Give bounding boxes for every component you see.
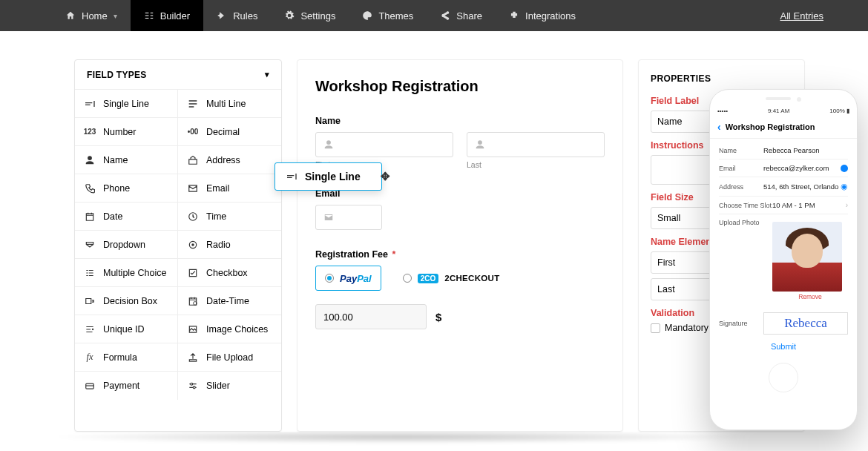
phone-email-row[interactable]: Email rebecca@zylker.com (719, 159, 848, 177)
fieldtypes-header[interactable]: FIELD TYPES ▾ (75, 60, 281, 90)
email-input[interactable] (315, 205, 382, 230)
fieldtype-icon (84, 239, 96, 251)
phone-address-row[interactable]: Address 514, 6th Street, Orlando ◉ (719, 177, 848, 197)
phone-signature-row[interactable]: Signature Rebecca (719, 305, 848, 335)
fee-amount-input[interactable]: 100.00 (315, 304, 427, 329)
twocheckout-option[interactable]: 2CO 2CHECKOUT (393, 266, 510, 291)
phone-submit-button[interactable]: Submit (719, 335, 848, 355)
fieldtypes-grid: Single LineMulti Line123Number•00Decimal… (75, 90, 281, 400)
svg-point-7 (193, 386, 195, 389)
fieldtype-unique-id[interactable]: Unique ID (75, 315, 178, 343)
fieldtype-time[interactable]: Time (178, 203, 281, 231)
back-icon[interactable]: ‹ (717, 122, 721, 132)
fieldtype-icon (84, 323, 96, 335)
phone-name-row[interactable]: Name Rebecca Pearson (719, 142, 848, 159)
fieldtype-icon (187, 323, 199, 335)
fieldtype-number[interactable]: 123Number (75, 118, 178, 146)
fieldtype-decimal[interactable]: •00Decimal (178, 118, 281, 146)
uploaded-photo (772, 222, 842, 292)
fieldtype-icon (84, 380, 96, 392)
nav-home[interactable]: Home ▾ (52, 0, 131, 31)
phone-home-indicator (769, 363, 798, 392)
fieldtype-slider[interactable]: Slider (178, 372, 281, 400)
fieldtype-decision-box[interactable]: Decision Box (75, 287, 178, 315)
nav-rules[interactable]: Rules (203, 0, 271, 31)
nav-share-label: Share (456, 10, 482, 22)
fieldtype-icon (84, 211, 96, 223)
phone-notch (710, 90, 857, 102)
svg-point-6 (191, 383, 193, 385)
last-caption: Last (467, 160, 605, 169)
nav-integrations-label: Integrations (525, 10, 576, 22)
fieldtype-address[interactable]: Address (178, 146, 281, 174)
all-entries-link[interactable]: All Entries (780, 0, 838, 31)
phone-timeslot-row[interactable]: Choose Time Slot 10 AM - 1 PM › (719, 197, 848, 214)
fieldtype-icon (187, 239, 199, 251)
phone-title: Workshop Registration (726, 122, 815, 131)
fieldtype-icon: fx (84, 352, 96, 363)
signature-value: Rebecca (763, 312, 848, 335)
name-label: Name (315, 116, 605, 126)
nav-home-label: Home (82, 10, 108, 22)
fieldtype-icon (84, 295, 96, 307)
fieldtype-icon (187, 211, 199, 223)
chevron-down-icon: ▾ (265, 70, 269, 79)
location-icon: ◉ (841, 182, 848, 191)
fieldtype-image-choices[interactable]: Image Choices (178, 315, 281, 343)
fee-label: Registration Fee * (315, 249, 605, 260)
first-name-input[interactable] (315, 132, 453, 157)
fieldtype-icon (187, 352, 199, 363)
nav-rules-label: Rules (233, 10, 257, 22)
fieldtype-email[interactable]: Email (178, 174, 281, 203)
fieldtype-payment[interactable]: Payment (75, 372, 178, 400)
fieldtype-icon (187, 380, 199, 392)
chevron-right-icon: › (846, 201, 848, 209)
move-icon: ✥ (381, 170, 390, 183)
nav-integrations[interactable]: Integrations (496, 0, 589, 31)
nav-share[interactable]: Share (427, 0, 496, 31)
fieldtype-file-upload[interactable]: File Upload (178, 343, 281, 372)
fieldtype-date-time[interactable]: Date-Time (178, 287, 281, 315)
paypal-logo: PayPal (340, 273, 372, 284)
person-icon (475, 139, 485, 150)
radio-off-icon (403, 274, 412, 283)
nav-builder[interactable]: Builder (131, 0, 203, 31)
fieldtype-icon (187, 98, 199, 110)
fieldtype-multi-line[interactable]: Multi Line (178, 90, 281, 118)
checkbox-icon (651, 323, 660, 333)
integrations-icon (509, 10, 519, 21)
phone-photo-row[interactable]: Upload Photo Remove (719, 214, 848, 305)
fieldtype-formula[interactable]: fxFormula (75, 343, 178, 372)
form-panel: Workshop Registration Name First Last Em… (297, 59, 623, 432)
nav-themes[interactable]: Themes (349, 0, 427, 31)
radio-on-icon (325, 274, 334, 283)
fieldtype-single-line[interactable]: Single Line (75, 90, 178, 118)
fieldtypes-panel: FIELD TYPES ▾ Single LineMulti Line123Nu… (74, 59, 282, 432)
twoco-badge: 2CO (418, 274, 439, 283)
fieldtype-icon (187, 295, 199, 307)
nav-settings[interactable]: Settings (271, 0, 349, 31)
dragging-field-tile[interactable]: Single Line ✥ (274, 162, 382, 191)
fieldtype-icon (84, 154, 96, 166)
phone-statusbar: ••••• 9:41 AM 100% ▮ (710, 102, 857, 117)
phone-preview: ••••• 9:41 AM 100% ▮ ‹ Workshop Registra… (709, 89, 858, 430)
fieldtype-icon (84, 98, 96, 110)
person-icon (323, 139, 334, 150)
mail-icon (323, 212, 334, 223)
fieldtype-icon (187, 182, 199, 194)
top-nav: Home ▾ Builder Rules Settings Themes Sha… (0, 0, 868, 31)
builder-icon (144, 10, 154, 21)
fieldtype-checkbox[interactable]: Checkbox (178, 259, 281, 287)
share-icon (440, 10, 450, 21)
fieldtype-radio[interactable]: Radio (178, 231, 281, 259)
fieldtype-name[interactable]: Name (75, 146, 178, 174)
themes-icon (362, 10, 372, 21)
remove-photo-link[interactable]: Remove (772, 293, 848, 300)
fieldtype-multiple-choice[interactable]: Multiple Choice (75, 259, 178, 287)
fieldtype-date[interactable]: Date (75, 203, 178, 231)
last-name-input[interactable] (467, 132, 605, 157)
fieldtype-phone[interactable]: Phone (75, 174, 178, 203)
fieldtype-dropdown[interactable]: Dropdown (75, 231, 178, 259)
paypal-option[interactable]: PayPal (315, 266, 381, 291)
phone-header: ‹ Workshop Registration (710, 117, 857, 139)
